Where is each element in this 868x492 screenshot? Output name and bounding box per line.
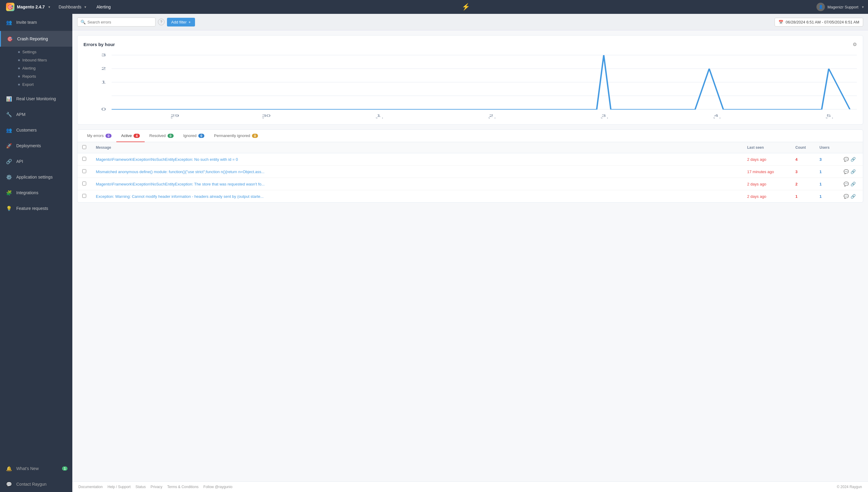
tab-active[interactable]: Active 4 bbox=[116, 130, 145, 142]
sub-dot-alerting bbox=[18, 68, 20, 69]
help-question-mark: ? bbox=[160, 20, 162, 24]
link-icon-3[interactable]: 🔗 bbox=[850, 181, 855, 187]
chart-settings-icon[interactable]: ⚙ bbox=[853, 42, 857, 47]
error-link-3[interactable]: Magento\Framework\Exception\NoSuchEntity… bbox=[96, 182, 265, 187]
tab-my-errors-label: My errors bbox=[87, 133, 104, 138]
sub-dot-settings bbox=[18, 51, 20, 53]
invite-team-label: Invite team bbox=[16, 20, 37, 25]
add-filter-label: Add filter bbox=[171, 20, 187, 24]
link-icon-1[interactable]: 🔗 bbox=[850, 157, 855, 162]
sidebar-item-feature-requests[interactable]: 💡 Feature requests bbox=[0, 200, 72, 216]
sidebar-sub-alerting[interactable]: Alerting bbox=[16, 64, 72, 72]
row-last-seen-2: 17 minutes ago bbox=[742, 166, 791, 178]
nav-alerting[interactable]: Alerting bbox=[92, 3, 115, 11]
svg-text:1: 1 bbox=[377, 114, 381, 118]
comment-icon-2[interactable]: 💬 bbox=[844, 169, 849, 174]
sidebar-item-whats-new[interactable]: 🔔 What's New 1 bbox=[0, 461, 72, 476]
brand-logo[interactable]: 🎯 Magento 2.4.7 ▼ bbox=[4, 3, 53, 11]
tab-active-badge: 4 bbox=[134, 134, 140, 138]
invite-team-icon: 👥 bbox=[5, 18, 13, 26]
link-icon-4[interactable]: 🔗 bbox=[850, 194, 855, 199]
whats-new-label: What's New bbox=[16, 466, 39, 471]
footer-link-help[interactable]: Help / Support bbox=[108, 485, 131, 489]
sidebar-item-api[interactable]: 🔗 API bbox=[0, 153, 72, 169]
sidebar-item-integrations[interactable]: 🧩 Integrations bbox=[0, 185, 72, 200]
row-users-1: 3 bbox=[815, 153, 839, 166]
add-filter-button[interactable]: Add filter + bbox=[167, 18, 195, 26]
errors-by-hour-chart: Errors by hour ⚙ 3 2 1 bbox=[77, 35, 863, 125]
th-last-seen: Last seen bbox=[742, 142, 791, 153]
footer-link-privacy[interactable]: Privacy bbox=[150, 485, 162, 489]
sidebar-sub-inbound-filters[interactable]: Inbound filters bbox=[16, 56, 72, 64]
error-link-4[interactable]: Exception: Warning: Cannot modify header… bbox=[96, 194, 264, 199]
row-actions-2: 💬 🔗 bbox=[839, 166, 863, 178]
date-range-text: 06/28/2024 6:51 AM - 07/05/2024 6:51 AM bbox=[786, 20, 859, 24]
tab-my-errors[interactable]: My errors 0 bbox=[82, 130, 116, 142]
row-message-3: Magento\Framework\Exception\NoSuchEntity… bbox=[91, 178, 742, 190]
sidebar-item-customers[interactable]: 👥 Customers bbox=[0, 122, 72, 138]
comment-icon-1[interactable]: 💬 bbox=[844, 157, 849, 162]
th-select-all bbox=[77, 142, 91, 153]
calendar-icon: 📅 bbox=[778, 20, 783, 24]
svg-text:Jun: Jun bbox=[261, 118, 272, 118]
select-all-checkbox[interactable] bbox=[82, 145, 86, 149]
dashboards-label: Dashboards bbox=[59, 4, 82, 9]
invite-team-item[interactable]: 👥 Invite team bbox=[0, 14, 72, 31]
footer-link-documentation[interactable]: Documentation bbox=[78, 485, 103, 489]
sidebar-sub-settings[interactable]: Settings bbox=[16, 48, 72, 56]
error-link-1[interactable]: Magento\Framework\Exception\NoSuchEntity… bbox=[96, 157, 238, 162]
apm-label: APM bbox=[16, 112, 25, 117]
th-users: Users bbox=[815, 142, 839, 153]
tab-ignored-label: Ignored bbox=[183, 133, 196, 138]
user-chevron-icon: ▼ bbox=[861, 5, 864, 9]
link-icon-2[interactable]: 🔗 bbox=[850, 169, 855, 174]
sidebar-item-rum[interactable]: 📊 Real User Monitoring bbox=[0, 91, 72, 106]
sidebar-item-crash-reporting[interactable]: 🎯 Crash Reporting bbox=[0, 31, 72, 47]
footer-links: Documentation Help / Support Status Priv… bbox=[78, 485, 232, 489]
row-checkbox-1[interactable] bbox=[82, 157, 86, 161]
lightning-icon: ⚡ bbox=[462, 3, 470, 11]
footer-link-status[interactable]: Status bbox=[135, 485, 146, 489]
svg-text:Jul: Jul bbox=[374, 118, 383, 118]
user-menu[interactable]: 👤 Magenizr Support ▼ bbox=[817, 3, 864, 11]
th-count: Count bbox=[791, 142, 815, 153]
tab-resolved[interactable]: Resolved 0 bbox=[145, 130, 179, 142]
comment-icon-3[interactable]: 💬 bbox=[844, 181, 849, 187]
sub-dot-reports bbox=[18, 76, 20, 77]
row-checkbox-cell-2 bbox=[77, 166, 91, 178]
nav-dashboards[interactable]: Dashboards ▼ bbox=[54, 3, 91, 11]
tab-ignored[interactable]: Ignored 0 bbox=[179, 130, 209, 142]
settings-label: Settings bbox=[22, 50, 37, 54]
footer-link-terms[interactable]: Terms & Conditions bbox=[167, 485, 198, 489]
sidebar-sub-export[interactable]: Export bbox=[16, 80, 72, 89]
contact-icon: 💬 bbox=[5, 480, 13, 488]
search-box[interactable]: 🔍 bbox=[77, 18, 156, 26]
sidebar-item-app-settings[interactable]: ⚙️ Application settings bbox=[0, 169, 72, 185]
row-count-1: 4 bbox=[791, 153, 815, 166]
svg-text:Jul: Jul bbox=[824, 118, 833, 118]
date-range-picker[interactable]: 📅 06/28/2024 6:51 AM - 07/05/2024 6:51 A… bbox=[775, 18, 863, 26]
row-last-seen-4: 2 days ago bbox=[742, 190, 791, 203]
sidebar-sub-reports[interactable]: Reports bbox=[16, 72, 72, 80]
page-footer: Documentation Help / Support Status Priv… bbox=[72, 482, 868, 492]
th-actions bbox=[839, 142, 863, 153]
row-checkbox-4[interactable] bbox=[82, 194, 86, 198]
user-name: Magenizr Support bbox=[827, 5, 858, 9]
error-link-2[interactable]: Mismatched anonymous define() module: fu… bbox=[96, 170, 264, 174]
sidebar-item-contact[interactable]: 💬 Contact Raygun bbox=[0, 476, 72, 492]
sidebar-item-deployments[interactable]: 🚀 Deployments bbox=[0, 138, 72, 153]
sidebar-item-apm[interactable]: 🔧 APM bbox=[0, 106, 72, 122]
deployments-label: Deployments bbox=[16, 143, 41, 148]
search-input[interactable] bbox=[87, 20, 152, 24]
row-checkbox-2[interactable] bbox=[82, 169, 86, 173]
rum-icon: 📊 bbox=[5, 95, 13, 103]
crash-reporting-icon: 🎯 bbox=[6, 34, 14, 43]
row-checkbox-3[interactable] bbox=[82, 181, 86, 186]
footer-link-twitter[interactable]: Follow @raygunio bbox=[204, 485, 232, 489]
comment-icon-4[interactable]: 💬 bbox=[844, 194, 849, 199]
row-count-4: 1 bbox=[791, 190, 815, 203]
tab-permanently-ignored[interactable]: Permanently ignored 0 bbox=[209, 130, 263, 142]
tab-permanently-ignored-label: Permanently ignored bbox=[214, 133, 250, 138]
help-icon[interactable]: ? bbox=[158, 19, 165, 25]
svg-text:Jun: Jun bbox=[169, 118, 181, 118]
